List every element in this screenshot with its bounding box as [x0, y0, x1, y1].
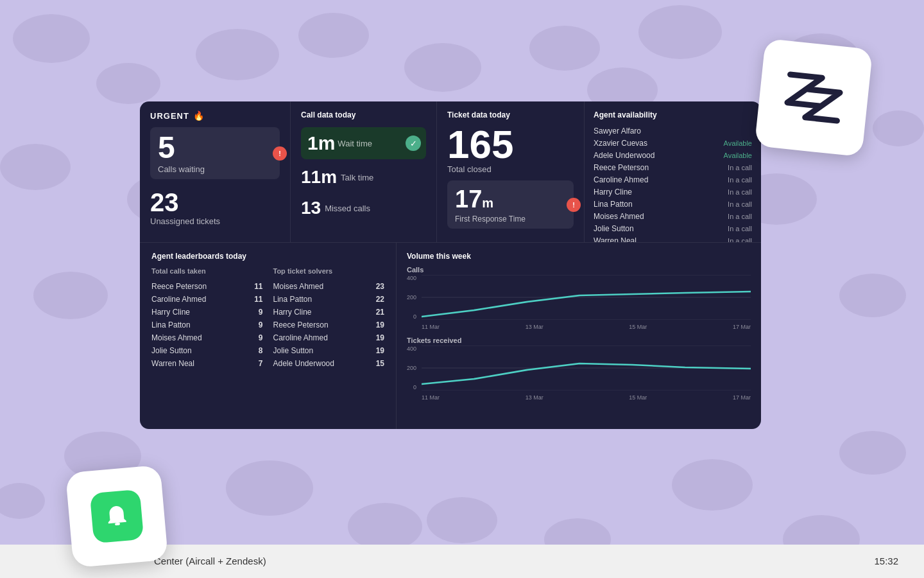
wait-time-label: Wait time	[338, 139, 372, 148]
alert-dot-response: !	[567, 198, 581, 212]
leaderboard-row: Caroline Ahmed19	[273, 331, 385, 344]
aircall-logo-container	[65, 465, 168, 568]
volume-title: Volume this week	[407, 252, 751, 261]
calls-y-max: 400	[407, 275, 416, 281]
leaderboard-name: Caroline Ahmed	[151, 295, 206, 304]
leaderboard-score: 11	[254, 282, 262, 291]
leaderboard-row: Harry Cline9	[151, 306, 263, 319]
agent-row: Reece PetersonIn a call	[594, 161, 752, 173]
total-closed-value: 165	[447, 125, 574, 164]
ticket-data-panel: Ticket data today 165 Total closed 17m F…	[437, 101, 585, 242]
leaderboard-name: Harry Cline	[273, 308, 312, 317]
agent-name: Reece Peterson	[594, 163, 649, 172]
agent-row: Warren NealIn a call	[594, 234, 752, 242]
agent-availability-title: Agent availability	[594, 110, 752, 119]
response-time-unit: m	[482, 196, 493, 210]
calls-chart-label: Calls	[407, 266, 751, 274]
agent-list: Sawyer AlfaroXzavier CuevasAvailableAdel…	[594, 125, 752, 242]
agent-name: Sawyer Alfaro	[594, 127, 641, 136]
calls-y-zero: 0	[407, 313, 416, 320]
calls-y-mid: 200	[407, 294, 416, 301]
leaderboard-title: Agent leaderboards today	[151, 252, 384, 261]
agent-row: Jolie SuttonIn a call	[594, 222, 752, 234]
check-icon: ✓	[406, 136, 421, 151]
leaderboard-name: Moises Ahmed	[273, 282, 324, 291]
leaderboard-columns: Total calls taken Reece Peterson11Caroli…	[151, 267, 384, 370]
agent-name: Moises Ahmed	[594, 212, 644, 221]
leaderboard-name: Adele Underwood	[273, 359, 334, 368]
agent-status: Available	[724, 152, 752, 159]
tickets-y-zero: 0	[407, 384, 416, 390]
leaderboard-score: 19	[376, 333, 384, 342]
fire-icon: 🔥	[193, 110, 204, 121]
svg-rect-33	[115, 523, 120, 526]
response-time-label: First Response Time	[455, 215, 566, 223]
tickets-chart-wrapper: 400 200 0 11 Mar13 Mar15 Mar17 Mar	[407, 346, 751, 401]
leaderboard-row: Jolie Sutton19	[273, 344, 385, 357]
tickets-leaderboard: Top ticket solvers Moises Ahmed23Lina Pa…	[273, 267, 385, 370]
leaderboard-score: 22	[376, 295, 384, 304]
calls-leaderboard: Total calls taken Reece Peterson11Caroli…	[151, 267, 263, 370]
talk-time-row: 11m Talk time	[301, 164, 426, 190]
leaderboard-score: 21	[376, 308, 384, 317]
leaderboard-row: Reece Peterson19	[273, 319, 385, 331]
leaderboard-row: Lina Patton9	[151, 319, 263, 331]
calls-waiting-value: 5	[158, 132, 272, 163]
tickets-y-axis: 400 200 0	[407, 346, 419, 390]
agent-row: Moises AhmedIn a call	[594, 210, 752, 222]
aircall-icon	[90, 489, 144, 544]
tickets-y-max: 400	[407, 346, 416, 352]
leaderboard-row: Caroline Ahmed11	[151, 293, 263, 306]
x-axis-label: 13 Mar	[526, 394, 543, 401]
agent-status: In a call	[728, 188, 752, 196]
alert-dot-calls: !	[273, 146, 287, 161]
tickets-x-labels: 11 Mar13 Mar15 Mar17 Mar	[422, 394, 751, 401]
leaderboard-row: Harry Cline21	[273, 306, 385, 319]
x-axis-label: 15 Mar	[629, 324, 647, 330]
agent-name: Lina Patton	[594, 200, 633, 209]
leaderboard-row: Jolie Sutton8	[151, 344, 263, 357]
agent-availability-panel: Agent availability Sawyer AlfaroXzavier …	[585, 101, 761, 242]
volume-panel: Volume this week Calls 400 200 0	[397, 243, 761, 429]
calls-x-labels: 11 Mar13 Mar15 Mar17 Mar	[422, 324, 751, 330]
tickets-chart-svg	[422, 346, 751, 390]
tickets-chart-svg-wrapper: 11 Mar13 Mar15 Mar17 Mar	[422, 346, 751, 401]
agent-status: In a call	[728, 200, 752, 208]
unassigned-label: Unassigned tickets	[150, 216, 280, 226]
leaderboard-row: Adele Underwood15	[273, 357, 385, 370]
agent-row: Sawyer Alfaro	[594, 125, 752, 137]
call-data-title: Call data today	[301, 110, 426, 119]
leaderboard-score: 8	[259, 346, 263, 355]
aircall-bell-icon	[101, 501, 132, 532]
agent-row: Lina PattonIn a call	[594, 198, 752, 210]
calls-rows: Reece Peterson11Caroline Ahmed11Harry Cl…	[151, 280, 263, 370]
call-data-panel: Call data today 1m Wait time ✓ 11m Talk …	[291, 101, 437, 242]
unassigned-block: 23 Unassigned tickets	[150, 186, 280, 230]
calls-y-axis: 400 200 0	[407, 275, 419, 320]
leaderboard-name: Reece Peterson	[273, 320, 329, 329]
agent-name: Warren Neal	[594, 236, 637, 243]
tickets-chart-area: Tickets received 400 200 0	[407, 337, 751, 401]
missed-calls-value: 13	[301, 198, 321, 218]
zendesk-icon	[779, 69, 848, 127]
x-axis-label: 13 Mar	[526, 324, 543, 330]
tickets-rows: Moises Ahmed23Lina Patton22Harry Cline21…	[273, 280, 385, 370]
agent-row: Harry ClineIn a call	[594, 186, 752, 198]
unassigned-value: 23	[150, 189, 280, 215]
wait-time-row: 1m Wait time ✓	[301, 127, 426, 159]
bottom-bar-right: 15:32	[874, 556, 898, 567]
x-axis-label: 11 Mar	[422, 324, 440, 330]
leaderboard-score: 23	[376, 282, 384, 291]
leaderboard-name: Lina Patton	[273, 295, 312, 304]
leaderboard-score: 11	[254, 295, 262, 304]
agent-row: Caroline AhmedIn a call	[594, 173, 752, 186]
leaderboard-row: Warren Neal7	[151, 357, 263, 370]
leaderboard-row: Moises Ahmed9	[151, 331, 263, 344]
leaderboard-score: 9	[259, 320, 263, 329]
leaderboard-row: Reece Peterson11	[151, 280, 263, 293]
calls-waiting-block: 5 Calls waiting !	[150, 127, 280, 179]
agent-status: In a call	[728, 213, 752, 220]
agent-status: In a call	[728, 164, 752, 171]
calls-chart-wrapper: 400 200 0 11 Mar13 Mar15 Mar17 Mar	[407, 275, 751, 330]
response-time-block: 17m First Response Time !	[447, 180, 574, 229]
